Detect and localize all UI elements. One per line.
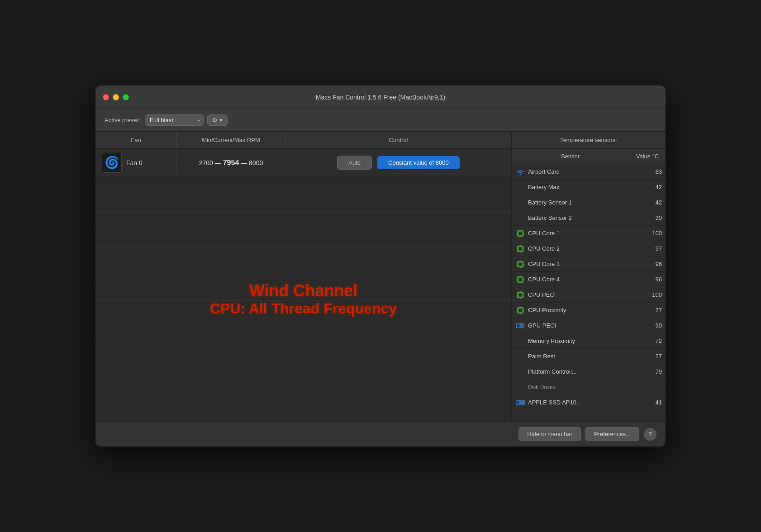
viz-line xyxy=(95,336,511,336)
help-button[interactable]: ? xyxy=(644,428,656,441)
left-panel: Fan Min/Current/Max RPM Control 🌀 Fan 0 … xyxy=(95,132,512,421)
sensor-value: 100 xyxy=(644,230,662,237)
sensor-row: Battery Sensor 142 xyxy=(512,195,666,210)
sensor-row: CPU Core 396 xyxy=(512,256,666,272)
sensor-value: 42 xyxy=(644,199,662,206)
sensor-name: Battery Sensor 1 xyxy=(528,199,644,206)
fan-rpm-cell: 2700 — 7954 — 8000 xyxy=(177,159,285,167)
sensor-value: 27 xyxy=(644,353,662,360)
sensor-name: Palm Rest xyxy=(528,353,644,360)
col-control-header: Control xyxy=(285,132,511,148)
fan-control-cell: Auto Constant value of 8000 xyxy=(285,156,511,170)
preset-select[interactable]: Full blast Default Custom xyxy=(145,114,204,126)
no-icon xyxy=(515,382,525,392)
sensor-row: Battery Sensor 230 xyxy=(512,210,666,226)
gear-icon: ⚙ xyxy=(212,117,218,124)
preset-select-wrapper[interactable]: Full blast Default Custom ▾ xyxy=(145,114,204,126)
no-icon xyxy=(515,336,525,346)
sensor-col-header: Sensor xyxy=(512,153,629,160)
sensor-name: Airport Card xyxy=(528,168,644,175)
sensor-value: 63 xyxy=(644,168,662,175)
sensor-name: CPU Core 1 xyxy=(528,230,644,237)
gear-arrow-icon: ▾ xyxy=(219,117,223,124)
sensor-name: CPU Proximity xyxy=(528,307,644,314)
viz-line xyxy=(95,212,511,213)
sensor-value: 100 xyxy=(644,291,662,298)
toolbar: Active preset: Full blast Default Custom… xyxy=(95,109,666,132)
svg-rect-2 xyxy=(519,232,522,235)
footer: Hide to menu bar Preferences... ? xyxy=(95,421,666,446)
no-icon xyxy=(515,213,525,223)
sensor-value: 77 xyxy=(644,307,662,314)
sensor-row: Memory Proximity72 xyxy=(512,333,666,349)
wifi-icon xyxy=(515,167,525,177)
right-panel: Temperature sensors: Sensor Value °C Air… xyxy=(512,132,666,421)
sensor-row: Battery Max42 xyxy=(512,180,666,195)
sensor-name: CPU Core 2 xyxy=(528,245,644,252)
sensors-table-header: Sensor Value °C xyxy=(512,149,666,164)
cpu-icon xyxy=(515,259,525,269)
svg-rect-44 xyxy=(519,278,522,281)
sensor-name: CPU Core 3 xyxy=(528,261,644,267)
fan-table-header: Fan Min/Current/Max RPM Control xyxy=(95,132,511,149)
hide-to-menubar-button[interactable]: Hide to menu bar xyxy=(518,427,581,441)
cpu-icon xyxy=(515,275,525,285)
sensor-row: CPU Proximity77 xyxy=(512,303,666,318)
fan-icon: 🌀 xyxy=(102,153,122,173)
sensor-name: APPLE SSD AP10... xyxy=(528,399,644,406)
no-icon xyxy=(515,182,525,192)
viz-line xyxy=(95,195,511,195)
sensor-row: CPU Core 297 xyxy=(512,241,666,256)
svg-rect-92 xyxy=(517,401,518,404)
cpu-icon xyxy=(515,290,525,300)
sensor-value: 72 xyxy=(644,337,662,344)
sensor-value: 97 xyxy=(644,245,662,252)
auto-button[interactable]: Auto xyxy=(337,156,372,170)
fan-current-rpm: 7954 xyxy=(223,159,239,166)
fan-min-rpm: 2700 xyxy=(199,159,213,166)
viz-line xyxy=(95,230,511,230)
preferences-button[interactable]: Preferences... xyxy=(585,427,639,441)
fan-visualization: Wind Channel CPU: All Thread Frequency xyxy=(95,177,511,421)
no-icon xyxy=(515,198,525,208)
cpu-icon xyxy=(515,305,525,315)
gear-button[interactable]: ⚙ ▾ xyxy=(207,114,228,126)
sensors-title: Temperature sensors: xyxy=(560,137,617,143)
fan-viz-line1: Wind Channel xyxy=(249,281,358,300)
sensor-name: Battery Sensor 2 xyxy=(528,214,644,221)
window-title: Macs Fan Control 1.5.6 Free (MacBookAir9… xyxy=(316,94,445,101)
maximize-button[interactable] xyxy=(123,94,129,100)
sensor-row: CPU PECI100 xyxy=(512,287,666,303)
sensor-name: Disk Drives: xyxy=(528,384,644,390)
sensor-name: Platform Controll... xyxy=(528,368,644,375)
minimize-button[interactable] xyxy=(113,94,119,100)
constant-value-button[interactable]: Constant value of 8000 xyxy=(377,156,460,169)
titlebar: Macs Fan Control 1.5.6 Free (MacBookAir9… xyxy=(95,86,666,109)
sensor-row: Palm Rest27 xyxy=(512,349,666,364)
ssd-icon xyxy=(515,398,525,408)
svg-rect-86 xyxy=(517,324,519,327)
sensor-row: CPU Core 1100 xyxy=(512,226,666,241)
active-preset-label: Active preset: xyxy=(105,117,140,124)
sensor-name: CPU PECI xyxy=(528,291,644,298)
sensor-value: 96 xyxy=(644,261,662,267)
sensor-value: 41 xyxy=(644,399,662,406)
app-window: Macs Fan Control 1.5.6 Free (MacBookAir9… xyxy=(95,86,666,446)
fan-icon-cell: 🌀 Fan 0 xyxy=(95,153,177,173)
svg-rect-58 xyxy=(519,293,522,296)
sensor-value: 42 xyxy=(644,184,662,190)
fan-rpm-dash2: — xyxy=(241,159,249,166)
sensor-name: Memory Proximity xyxy=(528,337,644,344)
col-fan-header: Fan xyxy=(95,132,177,148)
viz-line xyxy=(95,177,511,177)
viz-line xyxy=(95,265,511,266)
sensor-row: Disk Drives: xyxy=(512,380,666,395)
sensor-value: 96 xyxy=(644,276,662,283)
col-rpm-header: Min/Current/Max RPM xyxy=(177,132,285,148)
close-button[interactable] xyxy=(103,94,109,100)
sensor-value: 79 xyxy=(644,368,662,375)
svg-point-0 xyxy=(520,174,521,175)
sensor-row: Airport Card63 xyxy=(512,164,666,180)
sensor-row: APPLE SSD AP10...41 xyxy=(512,395,666,410)
sensor-value: 30 xyxy=(644,214,662,221)
